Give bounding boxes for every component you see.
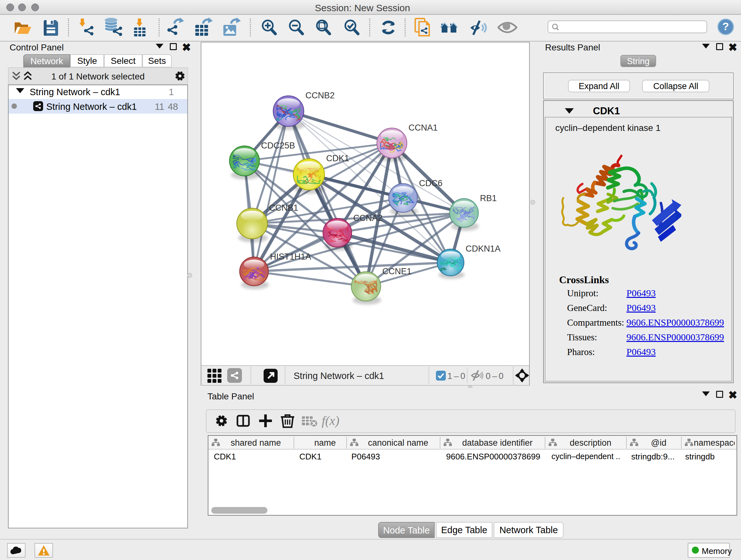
svg-text:CCNB2: CCNB2	[306, 91, 335, 100]
svg-text:CDC6: CDC6	[419, 179, 443, 188]
svg-text:CCNA2: CCNA2	[353, 213, 383, 223]
svg-text:CCNA1: CCNA1	[408, 123, 438, 132]
svg-text:CCNB1: CCNB1	[269, 203, 298, 212]
svg-text:CDKN1A: CDKN1A	[466, 244, 501, 253]
svg-text:CCNE1: CCNE1	[382, 266, 412, 276]
svg-text:CDK1: CDK1	[326, 153, 349, 163]
svg-text:HIST1H1A: HIST1H1A	[270, 252, 311, 261]
svg-text:CDC25B: CDC25B	[261, 141, 295, 150]
svg-text:RB1: RB1	[480, 193, 497, 203]
